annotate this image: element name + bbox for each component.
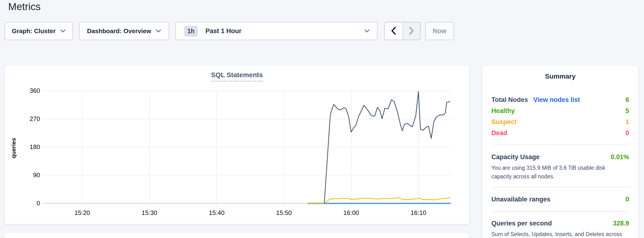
time-window-label: Past 1 Hour [206, 27, 360, 35]
node-status-row: Suspect1 [492, 116, 629, 128]
node-status-row: Dead0 [492, 128, 629, 139]
summary-title: Summary [492, 73, 629, 80]
queries-per-second-label: Queries per second [492, 220, 552, 227]
now-button[interactable]: Now [425, 22, 454, 40]
node-status-label: Healthy [492, 107, 515, 115]
divider [492, 211, 629, 211]
next-chart-card-partial [4, 233, 469, 238]
chevron-down-icon [364, 29, 370, 33]
node-status-value: 1 [626, 118, 629, 126]
capacity-usage-section: Capacity Usage 0.01% You are using 315.9… [492, 152, 629, 181]
chart-title-row: SQL Statements [4, 71, 469, 81]
chevron-left-icon [390, 27, 396, 36]
queries-per-second-section: Queries per second 328.9 Sum of Selects,… [492, 218, 629, 238]
node-status-row: Healthy5 [492, 105, 629, 116]
previous-timespan-button[interactable] [384, 22, 402, 40]
queries-per-second-description: Sum of Selects, Updates, Inserts, and De… [492, 230, 626, 238]
dashboard-dropdown-label: Dashboard: Overview [87, 27, 151, 35]
sql-statements-chart-card: SQL Statements queries 090180270360 15:2… [4, 65, 469, 224]
node-status-value: 5 [626, 107, 629, 115]
sql-statements-plot[interactable] [43, 88, 452, 213]
x-tick-label: 15:50 [270, 209, 298, 217]
dark-navy-series [324, 92, 450, 203]
total-nodes-row: Total Nodes View nodes list 6 [492, 94, 629, 105]
yellow-series [308, 198, 450, 203]
y-tick-label: 180 [14, 143, 40, 151]
node-status-rows: Healthy5Suspect1Dead0 [492, 105, 629, 139]
y-tick-label: 360 [14, 87, 40, 94]
y-tick-label: 90 [14, 171, 40, 179]
node-status-label: Dead [492, 129, 507, 137]
total-nodes-value: 6 [626, 96, 629, 104]
dashboard-dropdown[interactable]: Dashboard: Overview [79, 22, 169, 40]
x-tick-label: 16:10 [404, 209, 433, 217]
chevron-down-icon [60, 29, 66, 33]
x-tick-label: 15:20 [68, 209, 97, 217]
metrics-toolbar: Graph: Cluster Dashboard: Overview 1h Pa… [0, 22, 644, 40]
view-nodes-list-link[interactable]: View nodes list [534, 96, 580, 104]
unavailable-ranges-section: Unavailable ranges 0 [492, 194, 629, 205]
time-window-badge: 1h [184, 26, 198, 37]
node-status-value: 0 [626, 129, 629, 137]
x-tick-label: 16:00 [337, 209, 366, 217]
chevron-right-icon [408, 27, 414, 36]
x-tick-label: 15:30 [135, 209, 164, 217]
time-window-selector[interactable]: 1h Past 1 Hour [176, 22, 378, 40]
node-status-label: Suspect [492, 118, 516, 126]
chart-title[interactable]: SQL Statements [211, 71, 263, 81]
divider [492, 145, 629, 145]
y-tick-label: 270 [14, 115, 40, 123]
chevron-down-icon [156, 29, 161, 33]
page-title: Metrics [8, 1, 40, 13]
node-status-section: Total Nodes View nodes list 6 Healthy5Su… [492, 94, 629, 139]
total-nodes-label: Total Nodes [492, 96, 528, 104]
next-timespan-button[interactable] [402, 22, 420, 40]
graph-dropdown[interactable]: Graph: Cluster [4, 22, 73, 40]
capacity-usage-description: You are using 315.9 MiB of 3.6 TiB usabl… [492, 164, 626, 181]
time-step-buttons [384, 22, 420, 40]
capacity-usage-label: Capacity Usage [492, 153, 540, 161]
divider [492, 187, 629, 187]
summary-panel: Summary Total Nodes View nodes list 6 He… [482, 65, 638, 238]
queries-per-second-value: 328.9 [613, 220, 629, 227]
y-tick-label: 0 [14, 199, 40, 207]
x-tick-label: 15:40 [202, 209, 231, 217]
graph-dropdown-label: Graph: Cluster [12, 27, 56, 35]
unavailable-ranges-label: Unavailable ranges [492, 196, 550, 203]
unavailable-ranges-value: 0 [626, 196, 629, 203]
capacity-usage-value: 0.01% [611, 153, 629, 161]
